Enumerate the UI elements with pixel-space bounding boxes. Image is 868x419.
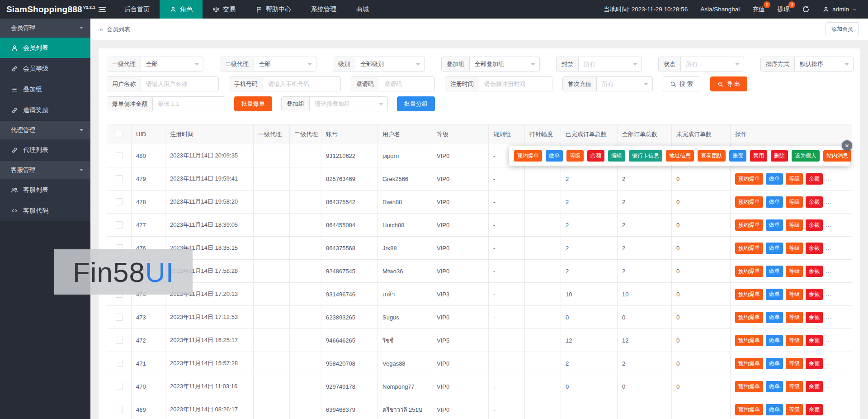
filter-level[interactable]: 级别 全部级别 [333,57,425,71]
popup-action-地址信息[interactable]: 地址信息 [666,150,694,162]
row-action-等级[interactable]: 等级 [786,266,803,277]
sidebar-item-邀请奖励[interactable]: 邀请奖励 [0,100,90,121]
row-action-预约爆单[interactable]: 预约爆单 [735,173,763,185]
row-checkbox[interactable] [116,383,123,390]
row-action-等级[interactable]: 等级 [786,335,803,346]
row-action-做单[interactable]: 做单 [766,358,783,369]
sidebar-group-代理管理[interactable]: 代理管理 [0,121,90,140]
row-action-余额[interactable]: 余额 [806,196,823,208]
row-checkbox[interactable] [116,152,123,159]
sidebar-item-客服代码[interactable]: 客服代码 [0,200,90,221]
row-action-做单[interactable]: 做单 [766,312,783,323]
nav-item-角色[interactable]: 角色 [160,0,203,19]
filter-agent1[interactable]: 一级代理 全部 [107,57,203,71]
row-action-more[interactable]: ... [826,383,832,390]
filter-first-recharge[interactable]: 首次充值 所有 [562,76,653,91]
row-action-余额[interactable]: 余额 [806,404,823,415]
row-action-预约爆单[interactable]: 预约爆单 [735,196,763,208]
row-action-做单[interactable]: 做单 [766,219,783,231]
nav-item-商城[interactable]: 商城 [346,0,379,19]
row-action-预约爆单[interactable]: 预约爆单 [735,243,763,254]
invite-code-input[interactable]: 邀请码 [384,80,402,88]
row-action-more[interactable]: ... [826,221,832,228]
popup-action-等级[interactable]: 等级 [566,150,584,162]
nav-item-交易[interactable]: 交易 [203,0,245,19]
refresh-icon[interactable] [796,0,816,19]
row-action-more[interactable]: ... [826,267,832,274]
row-checkbox[interactable] [116,175,123,182]
row-action-做单[interactable]: 做单 [766,289,783,300]
row-action-做单[interactable]: 做单 [766,381,783,392]
filter-burst-amount[interactable]: 爆单侧冲金额 最低 1.1 [107,96,225,111]
popup-action-银行卡信息[interactable]: 银行卡信息 [629,150,662,162]
nav-item-帮助中心[interactable]: 帮助中心 [245,0,301,19]
row-action-做单[interactable]: 做单 [766,196,783,208]
recharge-menu[interactable]: 充值 0 [746,0,771,19]
popup-action-预约爆单[interactable]: 预约爆单 [514,150,542,162]
filter-agent2[interactable]: 二级代理 全部 [220,57,316,71]
nav-item-系统管理[interactable]: 系统管理 [301,0,346,19]
popup-action-删除[interactable]: 删除 [771,150,788,162]
row-action-more[interactable]: ... [826,175,832,182]
row-checkbox[interactable] [116,221,123,229]
filter-ban[interactable]: 封禁 所有 [556,57,642,71]
row-action-等级[interactable]: 等级 [786,312,803,323]
withdraw-menu[interactable]: 提现 0 [771,0,796,19]
row-checkbox[interactable] [116,337,123,344]
filter-regtime[interactable]: 注册时间 请选择注册时间 [445,76,552,91]
batch-burst-button[interactable]: 批量爆单 [234,96,272,111]
row-action-预约爆单[interactable]: 预约爆单 [735,381,763,392]
row-action-more[interactable]: ... [826,337,832,343]
search-button[interactable]: 搜 索 [663,76,700,91]
row-checkbox[interactable] [116,198,123,205]
row-action-等级[interactable]: 等级 [786,358,803,369]
row-action-余额[interactable]: 余额 [806,266,823,277]
row-action-等级[interactable]: 等级 [786,173,803,185]
admin-menu[interactable]: admin [816,0,868,19]
row-action-more[interactable]: ... [826,244,832,251]
row-action-等级[interactable]: 等级 [786,289,803,300]
sidebar-item-会员等级[interactable]: 会员等级 [0,58,90,79]
popup-action-设为假人[interactable]: 设为假人 [792,150,820,162]
burst-amount-input[interactable]: 最低 1.1 [158,100,179,108]
sidebar-group-客服管理[interactable]: 客服管理 [0,161,90,180]
row-action-预约爆单[interactable]: 预约爆单 [735,289,763,300]
row-action-做单[interactable]: 做单 [766,404,783,415]
sidebar-item-会员列表[interactable]: 会员列表 [0,38,90,58]
row-action-预约爆单[interactable]: 预约爆单 [735,219,763,231]
row-action-等级[interactable]: 等级 [786,219,803,231]
row-action-等级[interactable]: 等级 [786,196,803,208]
row-action-做单[interactable]: 做单 [766,173,783,185]
phone-input[interactable]: 请输入手机号码 [268,80,309,88]
nav-item-后台首页[interactable]: 后台首页 [114,0,160,19]
username-input[interactable]: 请输入用户名称 [146,80,187,88]
row-checkbox[interactable] [116,406,123,413]
row-action-余额[interactable]: 余额 [806,312,823,323]
row-action-余额[interactable]: 余额 [806,358,823,369]
filter-sort[interactable]: 排序方式 默认排序 [760,57,854,71]
popup-action-站内消息[interactable]: 站内消息 [823,150,851,162]
row-action-余额[interactable]: 余额 [806,289,823,300]
filter-stack-group[interactable]: 叠加组 全部叠加组 [441,57,540,71]
filter-username[interactable]: 用户名称 请输入用户名称 [107,76,219,91]
popup-action-禁用[interactable]: 禁用 [750,150,767,162]
export-button[interactable]: 导 出 [710,76,748,91]
row-action-more[interactable]: ... [826,198,832,205]
row-action-more[interactable]: ... [826,290,832,297]
row-action-做单[interactable]: 做单 [766,243,783,254]
row-action-余额[interactable]: 余额 [806,219,823,231]
row-action-more[interactable]: ... [826,406,832,413]
sidebar-item-叠加组[interactable]: 叠加组 [0,79,90,100]
row-checkbox[interactable] [116,314,123,321]
popup-action-编辑[interactable]: 编辑 [608,150,625,162]
popup-action-账变[interactable]: 账变 [729,150,746,162]
row-action-预约爆单[interactable]: 预约爆单 [735,404,763,415]
popup-action-查看团队[interactable]: 查看团队 [698,150,726,162]
row-action-做单[interactable]: 做单 [766,335,783,346]
row-action-余额[interactable]: 余额 [806,243,823,254]
row-action-等级[interactable]: 等级 [786,404,803,415]
row-action-预约爆单[interactable]: 预约爆单 [735,266,763,277]
filter-stack-group-2[interactable]: 叠加组 请选择叠加组 [281,96,388,111]
hamburger-menu-icon[interactable] [90,0,114,19]
batch-group-button[interactable]: 批量分组 [397,96,435,111]
